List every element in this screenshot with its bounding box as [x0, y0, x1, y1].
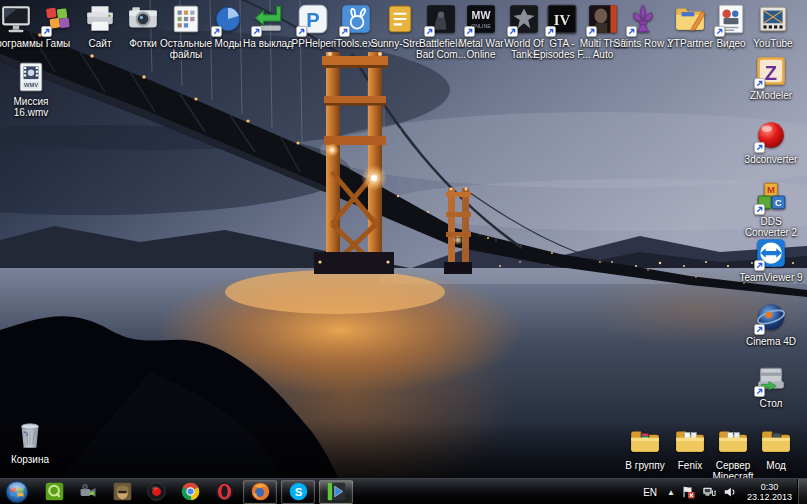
desktop-icon-dds-converter-2[interactable]: MCDDS Converter 2	[739, 180, 803, 238]
shortcut-arrow-icon	[754, 324, 765, 335]
svg-text:S: S	[294, 486, 302, 498]
svg-text:IV: IV	[554, 12, 571, 28]
taskbar-chrome[interactable]	[175, 480, 205, 504]
system-tray: EN ▲ 0:30 23.12.2013	[643, 479, 807, 504]
player-icon	[326, 481, 347, 502]
shortcut-arrow-icon	[754, 142, 765, 153]
svg-text:MW: MW	[472, 9, 491, 21]
zmodeler-icon: Z	[754, 54, 788, 88]
shortcut-arrow-icon	[754, 78, 765, 89]
svg-text:P: P	[306, 9, 319, 31]
taskbar-opera[interactable]	[209, 480, 239, 504]
taskbar-clock[interactable]: 0:30 23.12.2013	[747, 482, 792, 502]
action-center-flag-icon[interactable]	[681, 485, 696, 500]
desktop: ПрограммыГамыСайтФоткиОстальные файлыМод…	[0, 0, 807, 478]
icon-label: Корзина	[0, 454, 62, 465]
desktop-icon-mission-video[interactable]: WMVМиссия 16.wmv	[0, 60, 63, 118]
icon-label: ZModeler	[739, 90, 803, 101]
camcorder-icon	[78, 481, 99, 502]
language-indicator[interactable]: EN	[643, 487, 657, 498]
red-sphere-icon	[754, 118, 788, 152]
svg-text:M: M	[767, 184, 775, 195]
desktop-icon-teamviewer-9[interactable]: TeamViewer 9	[739, 236, 803, 283]
clock-time: 0:30	[747, 482, 792, 492]
fleur-icon	[626, 2, 660, 36]
shortcut-arrow-icon	[545, 26, 556, 37]
taskbar-record-app[interactable]	[141, 480, 171, 504]
shortcut-arrow-icon	[251, 26, 262, 37]
icon-label: DDS Converter 2	[739, 216, 803, 238]
chrome-icon	[180, 481, 201, 502]
svg-text:WMV: WMV	[24, 82, 38, 88]
icon-label: YouTube	[741, 38, 805, 49]
green-q-icon	[44, 481, 65, 502]
icon-label: Мод	[744, 460, 807, 471]
show-desktop-button[interactable]	[797, 479, 807, 504]
shortcut-arrow-icon	[754, 204, 765, 215]
shortcut-arrow-icon	[211, 26, 222, 37]
taskbar-skype[interactable]: S	[281, 480, 315, 504]
shortcut-arrow-icon	[507, 26, 518, 37]
upload-arrows-icon	[251, 2, 285, 36]
taskbar-qip-app[interactable]	[39, 480, 69, 504]
shortcut-arrow-icon	[424, 26, 435, 37]
windows-orb-icon	[5, 480, 29, 504]
icon-label: Миссия 16.wmv	[0, 96, 63, 118]
folder-dark-icon	[759, 424, 793, 458]
taskbar-media-player[interactable]	[319, 480, 353, 504]
firefox-icon	[250, 481, 271, 502]
svg-text:C: C	[775, 197, 782, 208]
wmv-file-icon: WMV	[14, 60, 48, 94]
shortcut-arrow-icon	[626, 26, 637, 37]
svg-text:Z: Z	[765, 62, 777, 84]
show-hidden-icons-button[interactable]: ▲	[667, 488, 675, 497]
recycle-bin-icon	[13, 418, 47, 452]
device-icon	[754, 362, 788, 396]
shortcut-arrow-icon	[754, 386, 765, 397]
record-dot-icon	[146, 481, 167, 502]
icon-label: Стол	[739, 398, 803, 409]
desktop-icon-cinema-4d[interactable]: Cinema 4D	[739, 300, 803, 347]
icon-label: 3dconverter	[739, 154, 803, 165]
desktop-icon-mod[interactable]: Мод	[744, 424, 807, 471]
network-icon[interactable]	[702, 485, 717, 500]
desktop-icon-3dconverter[interactable]: 3dconverter	[739, 118, 803, 165]
skype-icon: S	[288, 481, 309, 502]
taskbar-soldier-game-app[interactable]	[107, 480, 137, 504]
opera-icon	[214, 481, 235, 502]
shortcut-arrow-icon	[464, 26, 475, 37]
shortcut-arrow-icon	[586, 26, 597, 37]
shortcut-arrow-icon	[754, 260, 765, 271]
shortcut-arrow-icon	[41, 26, 52, 37]
taskbar-recorder-app[interactable]	[73, 480, 103, 504]
clock-date: 23.12.2013	[747, 492, 792, 502]
desktop-icon-youtube[interactable]: YouTube	[741, 2, 805, 49]
folder-color-icon	[628, 424, 662, 458]
desktop-icon-zmodeler[interactable]: ZZModeler	[739, 54, 803, 101]
volume-icon[interactable]	[723, 485, 738, 500]
desktop-icon-recycle-bin[interactable]: Корзина	[0, 418, 62, 465]
icon-label: Cinema 4D	[739, 336, 803, 347]
teamviewer-icon	[754, 236, 788, 270]
shortcut-arrow-icon	[339, 26, 350, 37]
desktop-icon-stol[interactable]: Стол	[739, 362, 803, 409]
taskbar-firefox[interactable]	[243, 480, 277, 504]
icon-label: TeamViewer 9	[739, 272, 803, 283]
taskbar-start-button[interactable]	[3, 480, 31, 504]
taskbar: S EN ▲ 0:30 23.12.2013	[0, 478, 807, 504]
shortcut-arrow-icon	[714, 26, 725, 37]
cinema4d-icon	[754, 300, 788, 334]
dds-cubes-icon: MC	[754, 180, 788, 214]
soldier-avatar-icon	[112, 481, 133, 502]
film-doc-icon	[756, 2, 790, 36]
taskbar-buttons: S	[0, 479, 355, 504]
shortcut-arrow-icon	[296, 26, 307, 37]
